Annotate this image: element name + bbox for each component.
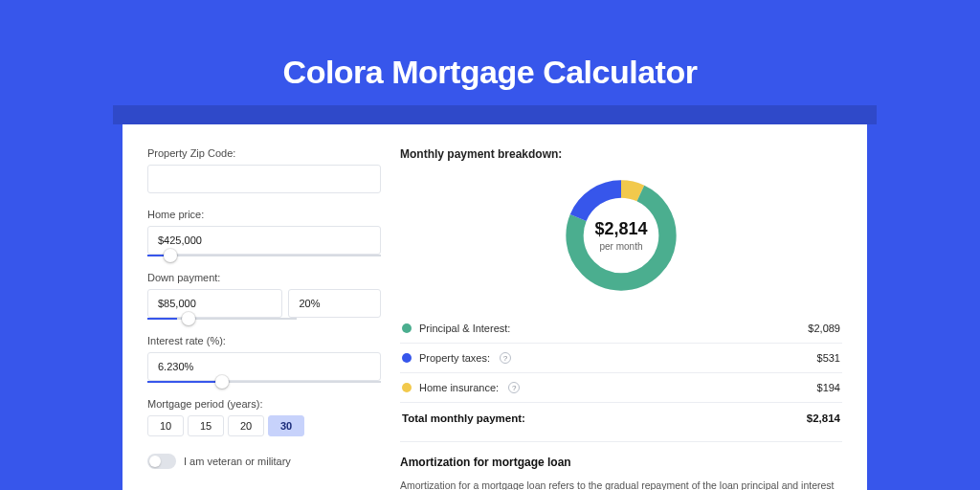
period-section: Mortgage period (years): 10152030 bbox=[147, 398, 381, 436]
legend-label: Principal & Interest: bbox=[419, 323, 510, 334]
zip-input[interactable] bbox=[147, 165, 381, 193]
rate-label: Interest rate (%): bbox=[147, 335, 381, 346]
legend-label: Property taxes: bbox=[419, 352, 490, 364]
period-btn-20[interactable]: 20 bbox=[228, 415, 264, 436]
zip-section: Property Zip Code: bbox=[147, 147, 381, 193]
legend: Principal & Interest:$2,089Property taxe… bbox=[400, 314, 842, 402]
rate-slider[interactable] bbox=[147, 381, 381, 383]
total-row: Total monthly payment: $2,814 bbox=[400, 402, 842, 435]
donut-chart: $2,814 per month bbox=[560, 174, 682, 297]
legend-value: $2,089 bbox=[808, 323, 840, 334]
down-slider[interactable] bbox=[147, 318, 297, 320]
price-slider-thumb[interactable] bbox=[164, 249, 177, 262]
breakdown-column: Monthly payment breakdown: $2,814 per mo… bbox=[400, 147, 842, 490]
rate-section: Interest rate (%): bbox=[147, 335, 381, 383]
legend-row: Principal & Interest:$2,089 bbox=[400, 314, 842, 343]
legend-row: Property taxes:?$531 bbox=[400, 344, 842, 372]
legend-dot-icon bbox=[402, 353, 412, 363]
period-options: 10152030 bbox=[147, 415, 381, 436]
total-label: Total monthly payment: bbox=[402, 412, 525, 424]
card-shadow bbox=[113, 105, 877, 124]
period-btn-10[interactable]: 10 bbox=[147, 415, 184, 436]
veteran-toggle[interactable] bbox=[147, 454, 176, 469]
down-slider-thumb[interactable] bbox=[182, 312, 195, 325]
rate-slider-thumb[interactable] bbox=[215, 375, 229, 389]
rate-input[interactable] bbox=[147, 352, 381, 381]
price-section: Home price: bbox=[147, 209, 381, 256]
legend-label: Home insurance: bbox=[419, 382, 499, 393]
rate-slider-fill bbox=[147, 381, 222, 383]
help-icon[interactable]: ? bbox=[508, 382, 520, 393]
help-icon[interactable]: ? bbox=[500, 352, 511, 364]
legend-value: $531 bbox=[817, 352, 840, 364]
donut-chart-wrap: $2,814 per month bbox=[400, 174, 842, 297]
down-label: Down payment: bbox=[147, 272, 381, 283]
amortization-section: Amortization for mortgage loan Amortizat… bbox=[400, 441, 842, 490]
amortization-title: Amortization for mortgage loan bbox=[400, 456, 842, 469]
veteran-row: I am veteran or military bbox=[147, 454, 381, 469]
page-title: Colora Mortgage Calculator bbox=[0, 0, 980, 91]
breakdown-title: Monthly payment breakdown: bbox=[400, 147, 842, 161]
total-value: $2,814 bbox=[807, 412, 840, 424]
down-slider-fill bbox=[147, 318, 177, 320]
period-btn-30[interactable]: 30 bbox=[268, 415, 304, 436]
price-label: Home price: bbox=[147, 209, 381, 220]
veteran-toggle-knob bbox=[149, 456, 161, 467]
veteran-label: I am veteran or military bbox=[184, 456, 291, 467]
form-column: Property Zip Code: Home price: Down paym… bbox=[147, 147, 381, 490]
zip-label: Property Zip Code: bbox=[147, 147, 381, 159]
down-percent-input[interactable] bbox=[288, 289, 381, 318]
down-section: Down payment: bbox=[147, 272, 381, 320]
legend-dot-icon bbox=[402, 323, 412, 333]
legend-row: Home insurance:?$194 bbox=[400, 373, 842, 402]
donut-total: $2,814 bbox=[594, 219, 647, 239]
amortization-text: Amortization for a mortgage loan refers … bbox=[400, 479, 842, 490]
period-btn-15[interactable]: 15 bbox=[188, 415, 224, 436]
donut-sub: per month bbox=[599, 241, 642, 252]
down-amount-input[interactable] bbox=[147, 289, 282, 318]
price-slider[interactable] bbox=[147, 255, 381, 256]
legend-dot-icon bbox=[402, 383, 412, 392]
donut-center: $2,814 per month bbox=[560, 174, 682, 297]
calculator-card: Property Zip Code: Home price: Down paym… bbox=[122, 124, 867, 490]
legend-value: $194 bbox=[817, 382, 840, 393]
price-input[interactable] bbox=[147, 226, 381, 255]
period-label: Mortgage period (years): bbox=[147, 398, 381, 410]
